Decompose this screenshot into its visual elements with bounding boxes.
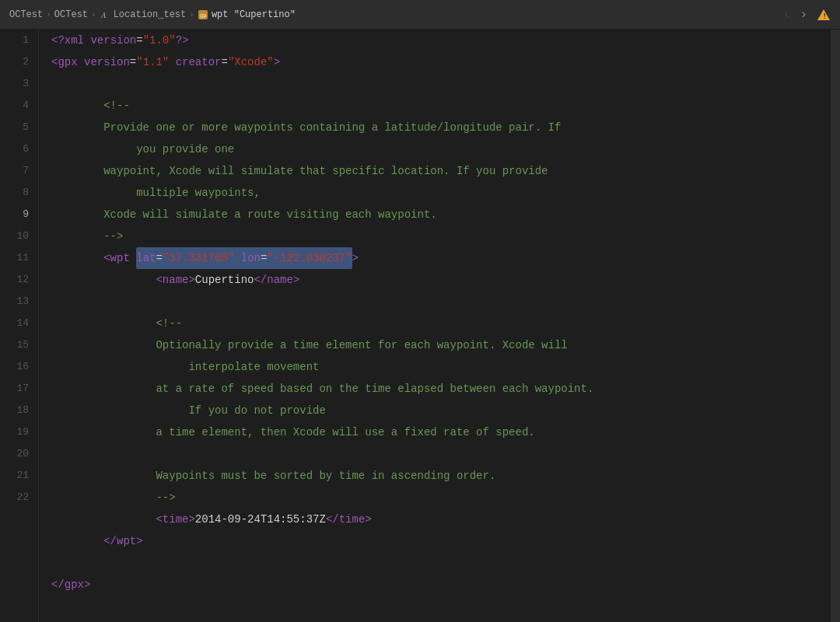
breadcrumb-item-2[interactable]: OCTest	[54, 9, 88, 20]
code-area[interactable]: <?xml version="1.0"?> <gpx version="1.1"…	[39, 30, 831, 622]
code-line-24: </wpt>	[51, 530, 831, 552]
code-line-11: <wpt lat="37.331705" lon="-122.030237">	[51, 247, 831, 269]
breadcrumb: OCTest › OCTest › 𝐴 Location_test › gp w…	[9, 9, 296, 20]
line-num-7: 7	[0, 160, 38, 182]
code-line-4: <!--	[51, 95, 831, 117]
line-num-3: 3	[0, 73, 38, 95]
line-num-15: 15	[0, 334, 38, 356]
code-line-6: you provide one	[51, 138, 831, 160]
code-line-2: <gpx version="1.1" creator="Xcode">	[51, 51, 831, 73]
code-line-10: -->	[51, 225, 831, 247]
location-icon: 𝐴	[100, 9, 110, 20]
code-line-8: multiple waypoints,	[51, 182, 831, 204]
line-num-10: 10	[0, 225, 38, 247]
line-num-14: 14	[0, 313, 38, 334]
code-line-22: -->	[51, 487, 831, 508]
line-num-22: 22	[0, 487, 38, 508]
code-line-7: waypoint, Xcode will simulate that speci…	[51, 160, 831, 182]
code-line-12: <name>Cupertino</name>	[51, 269, 831, 291]
svg-text:𝐴: 𝐴	[100, 11, 107, 20]
nav-controls: ‹ › !	[783, 8, 831, 22]
line-num-18: 18	[0, 400, 38, 421]
line-num-2: 2	[0, 51, 38, 73]
svg-text:!: !	[823, 12, 827, 20]
line-num-16: 16	[0, 356, 38, 378]
code-line-23: <time>2014-09-24T14:55:37Z</time>	[51, 508, 831, 530]
line-num-17: 17	[0, 378, 38, 400]
line-num-4: 4	[0, 95, 38, 117]
code-line-15: Optionally provide a time element for ea…	[51, 334, 831, 356]
titlebar: OCTest › OCTest › 𝐴 Location_test › gp w…	[0, 0, 840, 30]
breadcrumb-item-1[interactable]: OCTest	[9, 9, 43, 20]
code-line-16: interpolate movement	[51, 356, 831, 378]
line-num-19: 19	[0, 421, 38, 443]
warning-icon: !	[817, 9, 831, 21]
code-line-21: Waypoints must be sorted by time in asce…	[51, 465, 831, 487]
breadcrumb-sep-1: ›	[46, 10, 51, 19]
code-line-3	[51, 73, 831, 95]
file-type-icon: gp	[198, 9, 208, 20]
breadcrumb-current[interactable]: wpt "Cupertino"	[212, 9, 296, 20]
line-num-8: 8	[0, 182, 38, 204]
code-line-18: If you do not provide	[51, 400, 831, 421]
breadcrumb-sep-2: ›	[91, 10, 96, 19]
nav-back-arrow[interactable]: ‹	[783, 8, 791, 22]
line-num-20: 20	[0, 443, 38, 465]
line-num-6: 6	[0, 138, 38, 160]
line-num-21: 21	[0, 465, 38, 487]
code-line-1: <?xml version="1.0"?>	[51, 30, 831, 51]
line-num-13: 13	[0, 291, 38, 313]
line-num-12: 12	[0, 269, 38, 291]
scrollbar[interactable]	[831, 30, 840, 622]
code-line-20	[51, 443, 831, 465]
line-num-5: 5	[0, 117, 38, 138]
code-line-13	[51, 291, 831, 313]
code-line-14: <!--	[51, 313, 831, 334]
code-line-25	[51, 552, 831, 574]
line-numbers: 1 2 3 4 5 6 7 8 9 10 11 12 13 14 15 16 1…	[0, 30, 39, 622]
breadcrumb-sep-3: ›	[189, 10, 194, 19]
code-line-5: Provide one or more waypoints containing…	[51, 117, 831, 138]
breadcrumb-item-3[interactable]: Location_test	[114, 9, 187, 20]
code-line-9: Xcode will simulate a route visiting eac…	[51, 204, 831, 225]
code-line-19: a time element, then Xcode will use a fi…	[51, 421, 831, 443]
code-line-26: </gpx>	[51, 574, 831, 596]
editor-container: 1 2 3 4 5 6 7 8 9 10 11 12 13 14 15 16 1…	[0, 30, 840, 622]
nav-forward-arrow[interactable]: ›	[800, 8, 807, 22]
line-num-11: 11	[0, 247, 38, 269]
code-line-17: at a rate of speed based on the time ela…	[51, 378, 831, 400]
line-num-9: 9	[0, 204, 38, 225]
svg-text:gp: gp	[200, 12, 206, 19]
line-num-1: 1	[0, 30, 38, 51]
